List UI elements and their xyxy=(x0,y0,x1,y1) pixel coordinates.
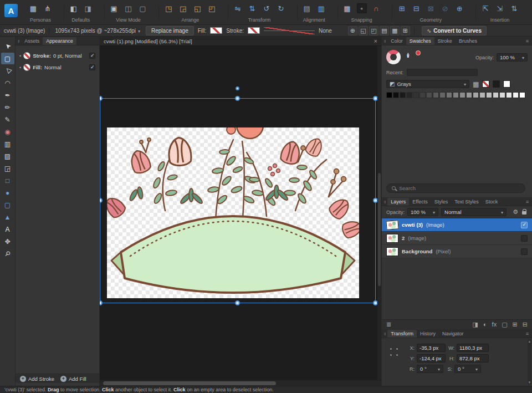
tab-history[interactable]: History xyxy=(417,330,439,338)
document-tab[interactable]: cvwti (1).png [Modified] (56.3%) [Trial] xyxy=(104,38,192,44)
transform-separately-icon[interactable]: ◰ xyxy=(369,26,378,35)
stroke-width-control[interactable] xyxy=(264,27,315,34)
gray-swatch[interactable] xyxy=(433,92,439,98)
gray-swatch[interactable] xyxy=(446,92,452,98)
pixel-persona-icon[interactable]: ▦ xyxy=(28,3,38,13)
canvas-viewport[interactable] xyxy=(100,46,381,380)
snapping-toggle-icon[interactable]: ▪ xyxy=(357,3,367,13)
insert-target-icon[interactable]: ⊞ xyxy=(401,26,410,35)
move-to-front-icon[interactable]: ◳ xyxy=(163,3,173,13)
gray-swatch[interactable] xyxy=(493,92,499,98)
adjustment-layer-icon[interactable]: ◐ xyxy=(483,321,487,328)
rounded-rectangle-tool[interactable]: ▢ xyxy=(1,199,14,211)
retina-view-icon[interactable]: ▢ xyxy=(138,3,148,13)
snapping-grid-icon[interactable]: ▦ xyxy=(342,3,352,13)
selection-handle[interactable] xyxy=(100,300,103,305)
zoom-tool[interactable]: ⚲ xyxy=(0,245,16,263)
flip-vertical-icon[interactable]: ⇅ xyxy=(247,3,257,13)
move-backward-icon[interactable]: ◱ xyxy=(192,3,202,13)
tab-stock[interactable]: Stock xyxy=(482,198,502,206)
geometry-divide-icon[interactable]: ⊘ xyxy=(440,3,450,13)
appearance-fill-row[interactable]: Fill: Normal xyxy=(16,62,99,73)
geometry-combine-icon[interactable]: ⊕ xyxy=(454,3,464,13)
layer-row[interactable]: 2 (Image) xyxy=(382,232,532,245)
gray-swatch[interactable] xyxy=(393,92,399,98)
w-input[interactable]: 1180,3 px xyxy=(457,344,489,352)
snapping-magnet-icon[interactable]: ∩ xyxy=(371,3,381,13)
panel-menu-icon[interactable]: ≡ xyxy=(524,199,530,205)
lock-icon[interactable] xyxy=(522,211,526,215)
gray-swatch[interactable] xyxy=(439,92,446,98)
gray-swatch[interactable] xyxy=(453,92,459,98)
fill-none-swatch-icon[interactable] xyxy=(23,64,30,71)
tab-swatches[interactable]: Swatches xyxy=(406,37,434,45)
layer-visibility-checkbox[interactable] xyxy=(521,222,528,228)
pixel-view-icon[interactable]: ◫ xyxy=(124,3,134,13)
canvas-horizontal-scrollbar[interactable] xyxy=(100,380,381,386)
gray-swatch[interactable] xyxy=(386,92,392,98)
insert-inside-icon[interactable]: ⇱ xyxy=(480,3,490,13)
swatch-grid-view-icon[interactable]: ▦ xyxy=(473,80,479,88)
synchronise-defaults-icon[interactable]: ◧ xyxy=(69,3,79,13)
swatch-category-dropdown[interactable]: ◩ Grays xyxy=(386,80,469,88)
gray-swatch[interactable] xyxy=(479,92,485,98)
shear-dropdown[interactable]: 0 ° xyxy=(454,365,481,373)
panel-grip-icon[interactable] xyxy=(17,38,21,44)
move-forward-icon[interactable]: ◲ xyxy=(178,3,188,13)
tab-styles[interactable]: Styles xyxy=(431,198,452,206)
insert-on-top-icon[interactable]: ⇅ xyxy=(509,3,519,13)
vector-brush-tool[interactable]: ✎ xyxy=(1,114,14,125)
stroke-none-swatch-icon[interactable] xyxy=(23,52,30,59)
gray-swatch[interactable] xyxy=(506,92,512,98)
geometry-intersect-icon[interactable]: ⊠ xyxy=(426,3,436,13)
fill-swatch[interactable] xyxy=(210,27,222,34)
tab-transform[interactable]: Transform xyxy=(387,330,417,338)
gray-swatch[interactable] xyxy=(420,92,426,98)
vector-view-icon[interactable]: ▣ xyxy=(109,3,119,13)
appearance-stroke-row[interactable]: Stroke: 0 pt, Normal xyxy=(16,50,99,62)
selection-handle[interactable] xyxy=(100,198,103,203)
flip-horizontal-icon[interactable]: ⇋ xyxy=(233,3,243,13)
gray-swatch[interactable] xyxy=(406,92,412,98)
new-pixel-layer-icon[interactable]: ▢ xyxy=(502,321,507,328)
selection-handle[interactable] xyxy=(235,300,240,305)
alignment-icon[interactable]: ▤ xyxy=(302,3,312,13)
rectangle-tool[interactable]: □ xyxy=(1,175,14,186)
geometry-add-icon[interactable]: ⊞ xyxy=(397,3,407,13)
gray-swatch[interactable] xyxy=(519,92,525,98)
tab-color[interactable]: Color xyxy=(387,37,406,45)
black-swatch[interactable] xyxy=(493,80,500,88)
mask-layer-icon[interactable]: ◨ xyxy=(473,321,478,328)
pencil-tool[interactable]: ✏ xyxy=(1,101,14,113)
rotation-dropdown[interactable]: 0 ° xyxy=(417,365,443,373)
transform-origin-icon[interactable]: ⊕ xyxy=(348,26,357,35)
tab-assets[interactable]: Assets xyxy=(21,37,43,45)
show-grid-icon[interactable]: ▦ xyxy=(390,26,400,35)
scrollbar-thumb[interactable] xyxy=(103,381,276,385)
tab-appearance[interactable]: Appearance xyxy=(43,37,76,45)
gray-swatch[interactable] xyxy=(499,92,505,98)
pen-tool[interactable]: ✒ xyxy=(1,89,14,101)
color-wheel-icon[interactable] xyxy=(386,50,401,64)
panel-grip-icon[interactable] xyxy=(383,199,387,205)
selection-handle[interactable] xyxy=(235,96,240,101)
export-persona-icon[interactable]: ⋔ xyxy=(43,3,53,13)
gray-swatch[interactable] xyxy=(466,92,472,98)
tab-stroke[interactable]: Stroke xyxy=(434,37,456,45)
panel-scrollbar[interactable]: ▲▼ xyxy=(528,339,531,385)
replace-image-button[interactable]: Replace image xyxy=(146,26,194,35)
gray-swatch[interactable] xyxy=(473,92,479,98)
triangle-tool[interactable]: ▲ xyxy=(1,211,14,223)
layer-row[interactable]: Background (Pixel) xyxy=(382,245,532,258)
tab-navigator[interactable]: Navigator xyxy=(439,330,467,338)
revert-defaults-icon[interactable]: ◨ xyxy=(83,3,93,13)
panel-grip-icon[interactable] xyxy=(383,38,387,44)
h-input[interactable]: 872,8 px xyxy=(457,354,489,363)
panel-grip-icon[interactable] xyxy=(383,331,387,336)
scroll-up-icon[interactable]: ▲ xyxy=(528,340,531,343)
transparency-tool[interactable]: ▨ xyxy=(1,150,14,162)
geometry-subtract-icon[interactable]: ⊟ xyxy=(411,3,421,13)
x-input[interactable]: -35,3 px xyxy=(417,344,446,352)
gear-icon[interactable] xyxy=(513,208,518,216)
gradient-tool[interactable]: ▥ xyxy=(1,138,14,150)
